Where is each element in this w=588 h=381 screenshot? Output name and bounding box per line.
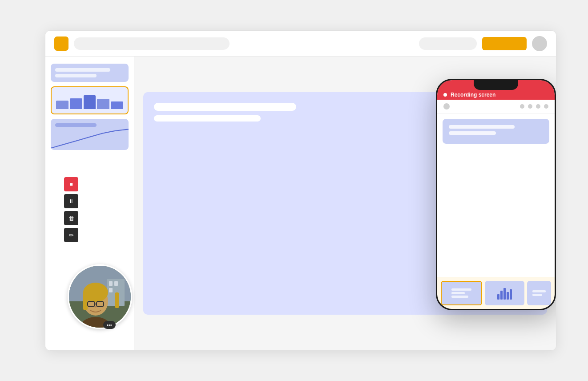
phone-body [437,113,555,277]
record-icon: ■ [69,181,72,187]
phone-nav-bar [437,100,555,113]
phone-mockup: Recording screen [436,79,556,310]
nav-dot [544,104,548,109]
delete-button[interactable]: 🗑 [64,211,78,225]
user-webcam [68,264,132,329]
recording-controls: ■ ⏸ 🗑 ✏ [64,177,78,242]
browser-toolbar [45,31,556,57]
pause-button[interactable]: ⏸ [64,194,78,208]
svg-rect-11 [115,292,119,308]
scene: Recording screen [27,17,561,364]
search-input[interactable] [419,37,477,50]
sidebar-bar [70,98,82,109]
svg-rect-10 [83,292,88,310]
browser-window: Recording screen [45,30,556,351]
nav-dot [528,104,532,109]
sidebar-bar [84,95,96,109]
delete-icon: 🗑 [68,215,74,222]
pause-icon: ⏸ [68,198,74,204]
chart-subtitle [154,115,261,122]
phone-thumb-text[interactable] [441,281,482,305]
user-avatar-icon[interactable] [532,36,547,51]
phone-thumb-chart[interactable] [485,281,524,305]
sidebar-card-chart[interactable] [51,86,129,114]
phone-content-card [443,119,549,144]
recording-label: Recording screen [451,92,495,98]
sidebar-card-text[interactable] [51,64,129,82]
main-content: Recording screen [134,57,556,350]
phone-card-line [449,131,496,135]
sidebar-card-trend[interactable] [51,119,129,150]
phone-screen: Recording screen [437,80,555,309]
phone-thumb-3[interactable] [527,281,551,305]
card-line [55,123,97,127]
avatar-menu-dots[interactable]: ••• [103,321,116,329]
sidebar-bar [111,101,123,109]
avatar-svg [69,266,132,329]
url-bar [74,37,230,50]
edit-icon: ✏ [69,232,74,239]
phone-card-line [449,125,515,129]
sidebar-bar [56,101,68,109]
card-line [55,74,97,77]
nav-dot [520,104,524,109]
nav-dot [443,103,450,109]
action-button[interactable] [482,37,527,50]
phone-notch [474,80,518,90]
main-chart: Recording screen [143,92,547,315]
phone-bottom-bar [437,277,555,309]
svg-rect-4 [109,281,113,286]
record-button[interactable]: ■ [64,177,78,191]
svg-rect-5 [114,281,118,286]
recording-indicator [443,93,447,97]
card-line [55,68,110,72]
chart-title [154,103,296,111]
edit-button[interactable]: ✏ [64,228,78,242]
sidebar-chart [56,93,123,109]
app-logo [54,36,68,51]
sidebar-bar [97,99,109,109]
svg-rect-6 [109,288,113,292]
dots-label: ••• [107,322,112,328]
nav-dot [536,104,540,109]
